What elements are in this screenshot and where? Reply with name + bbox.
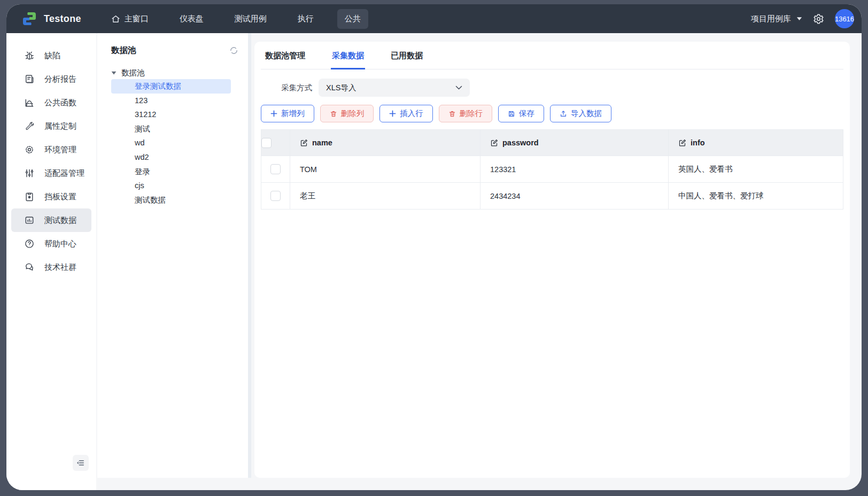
left-sidebar: 缺陷 分析报告 公共函数 — [6, 33, 96, 490]
edit-column-icon[interactable] — [678, 139, 686, 147]
home-icon — [111, 14, 120, 24]
tab-data-pool-manage[interactable]: 数据池管理 — [264, 42, 306, 69]
settings-gear-icon[interactable] — [813, 13, 824, 25]
sidebar-item-help-center[interactable]: 帮助中心 — [11, 232, 91, 255]
tree-item[interactable]: 测试数据 — [111, 193, 231, 207]
sidebar-item-test-data[interactable]: 测试数据 — [11, 208, 91, 232]
add-column-button[interactable]: 新增列 — [261, 105, 314, 122]
column-header-info[interactable]: info — [669, 130, 843, 156]
main-nav: 主窗口 仪表盘 测试用例 执行 公共 — [104, 9, 368, 29]
row-checkbox[interactable] — [270, 164, 281, 174]
avatar-text: 13616 — [835, 15, 854, 23]
sidebar-item-environment[interactable]: 环境管理 — [11, 138, 91, 161]
tab-collect-data[interactable]: 采集数据 — [331, 42, 365, 69]
plus-icon — [270, 110, 277, 117]
delete-row-button[interactable]: 删除行 — [439, 105, 493, 122]
tree-item[interactable]: 登录 — [111, 165, 231, 179]
sidebar-item-baffle-settings[interactable]: 挡板设置 — [11, 185, 91, 208]
column-header-name[interactable]: name — [290, 130, 480, 156]
sidebar-item-label: 分析报告 — [44, 74, 76, 84]
report-icon — [24, 74, 35, 84]
project-library-dropdown[interactable]: 项目用例库 — [751, 14, 802, 24]
top-navbar: Testone 主窗口 仪表盘 测试用例 执行 公共 — [6, 4, 862, 33]
app-window: Testone 主窗口 仪表盘 测试用例 执行 公共 — [6, 4, 862, 490]
delete-column-button[interactable]: 删除列 — [320, 105, 374, 122]
tree-items: 登录测试数据 123 31212 测试 wd wd2 登录 cjs 测试数据 — [111, 79, 238, 207]
select-all-checkbox[interactable] — [261, 138, 272, 148]
tree-item[interactable]: 31212 — [111, 107, 231, 122]
sidebar-item-label: 公共函数 — [44, 98, 76, 108]
cell-password[interactable]: 2434234 — [480, 183, 669, 210]
nav-item-dashboard[interactable]: 仪表盘 — [172, 9, 211, 29]
column-label: password — [502, 138, 539, 147]
main-card: 数据池管理 采集数据 已用数据 采集方式 XLS导入 — [254, 42, 850, 478]
sidebar-item-adapter[interactable]: 适配器管理 — [11, 161, 91, 185]
collect-method-label: 采集方式 — [261, 83, 312, 93]
insert-row-button[interactable]: 插入行 — [379, 105, 433, 122]
refresh-icon[interactable] — [229, 46, 238, 55]
cell-password[interactable]: 123321 — [480, 156, 669, 183]
sidebar-item-label: 缺陷 — [44, 51, 60, 61]
sidebar-item-label: 技术社群 — [44, 262, 76, 273]
import-data-button[interactable]: 导入数据 — [550, 105, 611, 122]
project-library-label: 项目用例库 — [751, 14, 791, 24]
tree-root-node[interactable]: 数据池 — [111, 68, 238, 78]
button-label: 新增列 — [281, 108, 305, 119]
community-icon — [24, 262, 35, 273]
sidebar-item-label: 适配器管理 — [44, 168, 84, 179]
upload-icon — [560, 110, 567, 118]
nav-item-label: 仪表盘 — [180, 14, 204, 24]
tree-item[interactable]: 测试 — [111, 122, 231, 136]
help-icon — [24, 238, 35, 249]
cell-info[interactable]: 中国人、爱看书、爱打球 — [669, 183, 843, 210]
content-row: 缺陷 分析报告 公共函数 — [6, 33, 862, 490]
nav-item-home[interactable]: 主窗口 — [104, 9, 156, 29]
select-value: XLS导入 — [326, 83, 356, 93]
collect-method-select[interactable]: XLS导入 — [319, 79, 470, 97]
tree-item[interactable]: wd — [111, 136, 231, 150]
button-label: 删除行 — [460, 108, 483, 119]
sidebar-item-tech-community[interactable]: 技术社群 — [11, 255, 91, 279]
row-checkbox[interactable] — [270, 191, 281, 201]
data-chart-icon — [24, 215, 35, 226]
sidebar-collapse-button[interactable] — [73, 455, 89, 471]
data-table: name password — [261, 129, 843, 210]
tree-expand-caret-icon[interactable] — [111, 71, 117, 75]
cell-name[interactable]: TOM — [290, 156, 480, 183]
nav-item-label: 测试用例 — [235, 14, 267, 24]
sidebar-item-public-functions[interactable]: 公共函数 — [11, 91, 91, 114]
column-header-password[interactable]: password — [480, 130, 669, 156]
edit-column-icon[interactable] — [300, 139, 308, 147]
cell-info[interactable]: 英国人、爱看书 — [669, 156, 843, 183]
sidebar-item-property-custom[interactable]: 属性定制 — [11, 114, 91, 138]
nav-item-testcases[interactable]: 测试用例 — [227, 9, 274, 29]
sliders-icon — [24, 168, 35, 179]
nav-item-execute[interactable]: 执行 — [290, 9, 321, 29]
wrench-icon — [24, 121, 35, 131]
tree-item[interactable]: wd2 — [111, 150, 231, 165]
nav-item-public[interactable]: 公共 — [337, 9, 368, 29]
testone-logo-icon — [21, 11, 37, 27]
tab-used-data[interactable]: 已用数据 — [390, 42, 424, 69]
table-header-row: name password — [261, 130, 843, 156]
sidebar-item-label: 属性定制 — [44, 121, 76, 131]
tree-item[interactable]: 登录测试数据 — [111, 79, 231, 94]
row-select-cell — [261, 156, 290, 183]
sidebar-item-defects[interactable]: 缺陷 — [11, 44, 91, 67]
tree-item[interactable]: cjs — [111, 179, 231, 193]
cell-name[interactable]: 老王 — [290, 183, 480, 210]
trash-icon — [330, 110, 337, 118]
button-label: 保存 — [519, 108, 534, 119]
edit-column-icon[interactable] — [490, 139, 498, 147]
save-button[interactable]: 保存 — [498, 105, 544, 122]
sidebar-item-analysis-report[interactable]: 分析报告 — [11, 67, 91, 91]
gear-icon — [24, 144, 35, 155]
tree-root-label: 数据池 — [121, 68, 145, 78]
brand[interactable]: Testone — [21, 11, 81, 27]
button-label: 删除列 — [341, 108, 365, 119]
data-pool-header: 数据池 — [111, 45, 238, 56]
data-pool-panel: 数据池 数据池 登录测试数据 123 31212 测试 wd wd2 — [97, 33, 248, 478]
navbar-right: 项目用例库 13616 — [751, 9, 854, 28]
tree-item[interactable]: 123 — [111, 94, 231, 108]
user-avatar[interactable]: 13616 — [835, 9, 854, 28]
